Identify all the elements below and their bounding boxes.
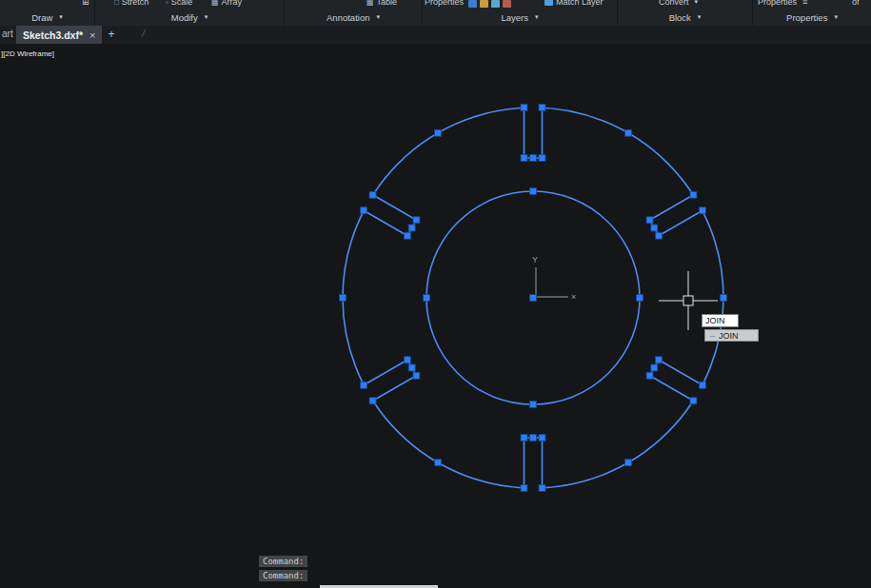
viewport[interactable] xyxy=(0,44,871,588)
properties-button[interactable]: Properties xyxy=(758,0,797,7)
chevron-down-icon: ▾ xyxy=(535,13,539,21)
ribbon: ⊞ □ Stretch ▫ Scale ▦ Array ▦ Table Prop… xyxy=(0,0,871,26)
scale-icon: ▫ xyxy=(166,0,168,7)
panel-block-label: Block xyxy=(669,12,691,23)
match-layer-label: Match Layer xyxy=(556,0,604,7)
convert-button[interactable]: Convert ▾ xyxy=(659,0,698,7)
tab-sketch3[interactable]: Sketch3.dxf* × xyxy=(16,26,102,44)
chevron-down-icon: ▾ xyxy=(695,0,699,6)
panel-layers[interactable]: Layers ▾ xyxy=(423,10,617,24)
layer-properties-label: Properties xyxy=(425,0,464,7)
layer-state-icon[interactable] xyxy=(503,0,511,8)
panel-layers-label: Layers xyxy=(501,12,528,23)
close-tab-icon[interactable]: × xyxy=(89,29,95,41)
chevron-down-icon: ▾ xyxy=(205,13,208,21)
stretch-label: Stretch xyxy=(122,0,149,7)
match-layer-icon xyxy=(544,0,553,6)
array-button[interactable]: ▦ Array xyxy=(211,0,242,7)
array-label: Array xyxy=(222,0,243,7)
chevron-down-icon: ▾ xyxy=(698,13,702,21)
panel-properties-label: Properties xyxy=(786,12,827,23)
file-tab-bar: art Sketch3.dxf* × + / xyxy=(0,26,871,44)
table-icon: ▦ xyxy=(366,0,374,7)
panel-draw-label: Draw xyxy=(31,12,52,23)
scale-label: Scale xyxy=(171,0,193,7)
panel-modify-label: Modify xyxy=(171,12,198,23)
panel-modify[interactable]: Modify ▾ xyxy=(95,10,284,24)
chevron-down-icon: ▾ xyxy=(59,13,63,21)
array-icon: ▦ xyxy=(211,0,219,7)
layer-state-icon[interactable] xyxy=(491,0,500,8)
of-label: of xyxy=(852,0,860,7)
dynamic-input-field[interactable]: JOIN xyxy=(702,314,739,327)
draw-tool-icon[interactable]: ⊞ xyxy=(82,0,89,7)
panel-annotation[interactable]: Annotation ▾ xyxy=(285,10,422,24)
layer-properties-button[interactable]: Properties xyxy=(425,0,464,7)
panel-properties[interactable]: Properties ▾ xyxy=(753,10,871,24)
panel-draw[interactable]: Draw ▾ xyxy=(0,10,94,24)
stretch-button[interactable]: □ Stretch xyxy=(114,0,148,7)
tab-separator: / xyxy=(142,28,145,39)
viewport-controls-label[interactable]: ][2D Wireframe] xyxy=(1,49,54,58)
suggestion-label: JOIN xyxy=(719,331,739,341)
command-history-line: Command: xyxy=(259,556,307,567)
tab-sketch3-label: Sketch3.dxf* xyxy=(23,29,83,41)
scale-button[interactable]: ▫ Scale xyxy=(166,0,192,7)
tab-start-partial[interactable]: art xyxy=(2,29,13,39)
hamburger-icon[interactable]: ≡ xyxy=(802,0,807,7)
layer-state-icon[interactable] xyxy=(468,0,477,8)
table-label: Table xyxy=(377,0,398,7)
layer-state-icon[interactable] xyxy=(480,0,488,8)
layer-color-icons xyxy=(468,0,511,8)
panel-annotation-label: Annotation xyxy=(327,12,369,23)
command-history-line: Command: xyxy=(259,570,307,581)
chevron-down-icon: ▾ xyxy=(376,13,380,21)
convert-label: Convert xyxy=(659,0,689,7)
match-layer-button[interactable]: Match Layer xyxy=(544,0,604,7)
stretch-icon: □ xyxy=(114,0,119,7)
new-tab-button[interactable]: + xyxy=(105,28,118,41)
command-suggestion[interactable]: ↔ JOIN xyxy=(704,329,759,342)
chevron-down-icon: ▾ xyxy=(834,13,838,21)
panel-block[interactable]: Block ▾ xyxy=(618,10,752,24)
join-command-icon: ↔ xyxy=(708,331,716,340)
table-button[interactable]: ▦ Table xyxy=(366,0,397,7)
